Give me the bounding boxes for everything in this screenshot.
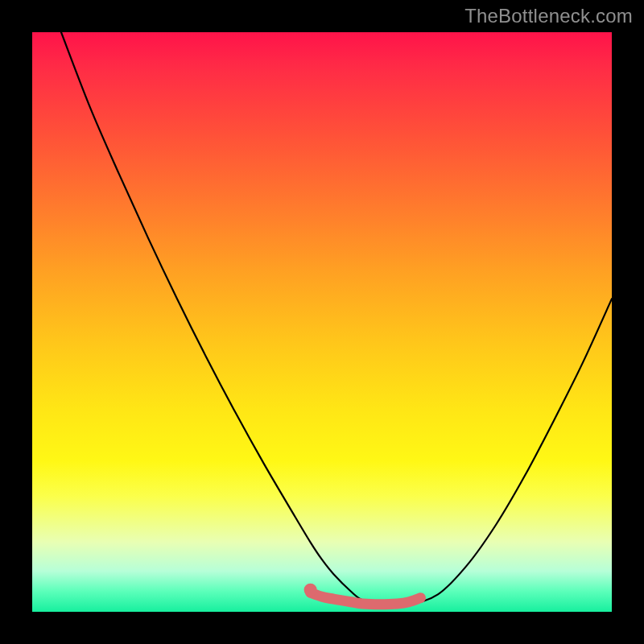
watermark-text: TheBottleneck.com [464, 5, 633, 27]
chart-frame: TheBottleneck.com [0, 0, 644, 644]
plot-gradient-background [32, 32, 612, 612]
